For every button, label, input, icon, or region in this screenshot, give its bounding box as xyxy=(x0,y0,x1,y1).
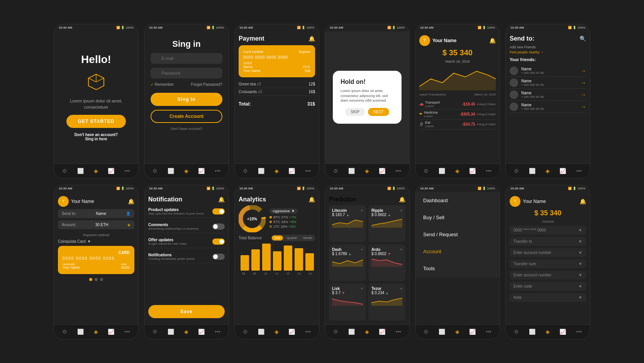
nav-cube-4[interactable]: ◈ xyxy=(365,168,369,174)
menu-tools[interactable]: Tools xyxy=(415,260,500,277)
nav-cube-5[interactable]: ◈ xyxy=(455,168,459,174)
card-select[interactable]: Coinquista Card ▼ xyxy=(58,239,134,244)
skip-button[interactable]: SKIP xyxy=(345,108,365,116)
create-account-button[interactable]: Create Account xyxy=(151,110,222,123)
nav-settings-10[interactable]: ⚙ xyxy=(333,329,338,335)
nav-card-10[interactable]: ⬜ xyxy=(348,329,355,335)
nav-cube-icon[interactable]: ◈ xyxy=(94,168,98,174)
nav-chart-11[interactable]: 📈 xyxy=(469,329,476,335)
nav-cube-12[interactable]: ◈ xyxy=(546,329,550,335)
nav-cube-8[interactable]: ◈ xyxy=(184,329,188,335)
nav-more-icon-2[interactable]: ••• xyxy=(215,168,220,174)
prediction-bell-icon[interactable]: 🔔 xyxy=(399,196,405,203)
nav-chart-icon-2[interactable]: 📈 xyxy=(198,168,205,174)
nav-more-7[interactable]: ••• xyxy=(124,329,130,335)
enter-account2-field[interactable]: Enter account number ▼ xyxy=(510,271,586,279)
signin-button[interactable]: Sing In xyxy=(151,93,222,106)
nav-more-5[interactable]: ••• xyxy=(486,168,491,174)
ardo-add-icon[interactable]: + xyxy=(400,247,402,252)
email-input[interactable] xyxy=(151,53,222,64)
nav-settings-8[interactable]: ⚙ xyxy=(153,329,158,335)
nav-chart-5[interactable]: 📈 xyxy=(469,168,476,174)
menu-account[interactable]: Account xyxy=(415,243,500,260)
search-icon[interactable]: 🔍 xyxy=(580,36,586,42)
nav-chart-12[interactable]: 📈 xyxy=(559,329,566,335)
nav-more-9[interactable]: ••• xyxy=(305,329,311,335)
nav-settings-11[interactable]: ⚙ xyxy=(424,329,429,335)
nav-chart-4[interactable]: 📈 xyxy=(379,168,385,174)
nav-card-7[interactable]: ⬜ xyxy=(77,329,84,335)
sign-in-here-link[interactable]: Sing in here xyxy=(75,137,118,141)
send2-bell-icon[interactable]: 🔔 xyxy=(128,198,134,205)
enter-account-field[interactable]: Enter account number ▼ xyxy=(510,248,586,257)
toggle-offer-updates[interactable] xyxy=(212,239,225,245)
nav-card-9[interactable]: ⬜ xyxy=(258,329,264,335)
tezor-add-icon[interactable]: + xyxy=(400,286,402,291)
find-people-link[interactable]: Find people nearby → xyxy=(510,50,586,54)
password-input[interactable] xyxy=(151,68,222,78)
nav-card-5[interactable]: ⬜ xyxy=(439,168,445,174)
nav-settings-4[interactable]: ⚙ xyxy=(333,168,338,174)
nav-settings-12[interactable]: ⚙ xyxy=(514,329,519,335)
toggle-comments[interactable] xyxy=(212,223,225,230)
nav-settings-6[interactable]: ⚙ xyxy=(514,168,519,174)
nav-more-8[interactable]: ••• xyxy=(215,329,220,335)
nav-chart-9[interactable]: 📈 xyxy=(288,329,295,335)
nav-settings-9[interactable]: ⚙ xyxy=(243,329,248,335)
nav-card-4[interactable]: ⬜ xyxy=(348,168,355,174)
nav-chart-6[interactable]: 📈 xyxy=(559,168,566,174)
nav-settings-icon-2[interactable]: ⚙ xyxy=(153,168,158,174)
get-started-button[interactable]: GET STARTED xyxy=(66,115,126,128)
analytics-bell-icon[interactable]: 🔔 xyxy=(308,196,315,203)
nav-cube-9[interactable]: ◈ xyxy=(275,329,279,335)
menu-send-request[interactable]: Send / Request xyxy=(415,226,500,243)
nav-cube-11[interactable]: ◈ xyxy=(455,329,459,335)
nav-more-4[interactable]: ••• xyxy=(395,168,401,174)
friend-arrow-3[interactable]: → xyxy=(581,92,586,98)
nav-card-icon-2[interactable]: ⬜ xyxy=(168,168,174,174)
nav-cube-3[interactable]: ◈ xyxy=(275,168,279,174)
notif-bell-icon[interactable]: 🔔 xyxy=(218,196,225,203)
next-button[interactable]: NEXT xyxy=(368,108,389,116)
nav-card-3[interactable]: ⬜ xyxy=(258,168,264,174)
nav-more-12[interactable]: ••• xyxy=(576,329,582,335)
nav-card-icon[interactable]: ⬜ xyxy=(77,168,84,174)
nav-chart-3[interactable]: 📈 xyxy=(288,168,295,174)
nav-card-8[interactable]: ⬜ xyxy=(168,329,174,335)
friend-arrow-4[interactable]: → xyxy=(581,104,586,110)
tab-month[interactable]: Month xyxy=(301,235,314,240)
friend-arrow-2[interactable]: → xyxy=(581,80,586,86)
save-button[interactable]: Save xyxy=(148,305,225,318)
transfer-bell-icon[interactable]: 🔔 xyxy=(580,198,586,205)
nav-settings-icon[interactable]: ⚙ xyxy=(62,168,67,174)
tab-year[interactable]: Year xyxy=(272,235,283,240)
nav-cube-7[interactable]: ◈ xyxy=(94,329,98,335)
nav-card-6[interactable]: ⬜ xyxy=(529,168,536,174)
nav-settings-3[interactable]: ⚙ xyxy=(243,168,248,174)
nav-settings-7[interactable]: ⚙ xyxy=(62,329,67,335)
nav-chart-10[interactable]: 📈 xyxy=(379,329,385,335)
nav-cube-icon-2[interactable]: ◈ xyxy=(184,168,188,174)
nav-cube-10[interactable]: ◈ xyxy=(365,329,369,335)
tab-quarter[interactable]: Quarter xyxy=(285,235,300,240)
nav-more-10[interactable]: ••• xyxy=(395,329,401,335)
menu-dashboard[interactable]: Dashboard xyxy=(415,192,500,209)
notification-bell-icon[interactable]: 🔔 xyxy=(308,36,315,42)
menu-buy-sell[interactable]: Buy / Sell xyxy=(415,209,500,226)
nav-chart-7[interactable]: 📈 xyxy=(108,329,114,335)
nav-chart-8[interactable]: 📈 xyxy=(198,329,205,335)
nav-settings-5[interactable]: ⚙ xyxy=(424,168,429,174)
friend-arrow-1[interactable]: → xyxy=(581,68,586,74)
forgot-password-link[interactable]: Forget Password? xyxy=(191,82,222,87)
nav-card-12[interactable]: ⬜ xyxy=(529,329,536,335)
ripple-add-icon[interactable]: + xyxy=(400,208,402,213)
toggle-notifications[interactable] xyxy=(212,254,225,260)
dashboard-bell-icon[interactable]: 🔔 xyxy=(489,37,496,44)
nav-cube-6[interactable]: ◈ xyxy=(546,168,550,174)
nav-chart-icon[interactable]: 📈 xyxy=(108,168,114,174)
toggle-product-updates[interactable] xyxy=(212,208,225,215)
lisk-add-icon[interactable]: + xyxy=(361,286,363,291)
litecoin-add-icon[interactable]: + xyxy=(361,208,363,213)
nav-more-11[interactable]: ••• xyxy=(486,329,491,335)
nav-more-6[interactable]: ••• xyxy=(576,168,582,174)
